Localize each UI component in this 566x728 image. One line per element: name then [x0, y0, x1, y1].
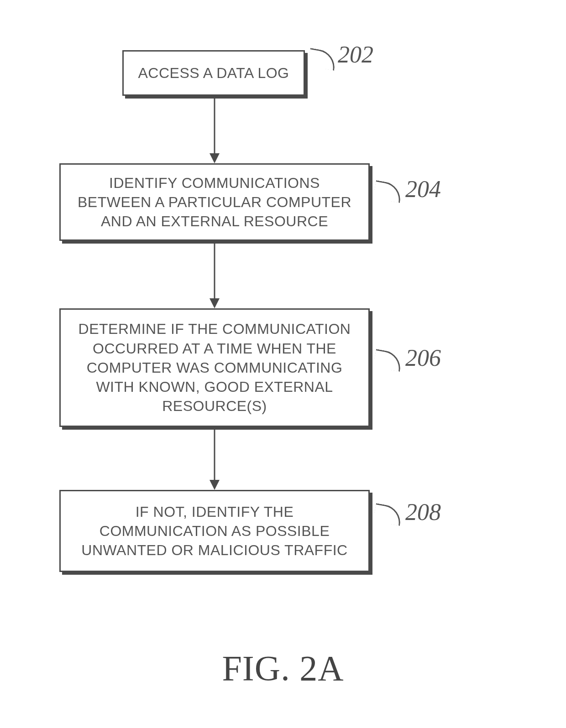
flowchart-canvas: ACCESS A DATA LOG 202 IDENTIFY COMMUNICA…	[0, 0, 566, 728]
arrow-head-2	[210, 298, 220, 308]
ref-label-204: 204	[405, 176, 441, 203]
leader-208	[373, 503, 403, 526]
arrow-head-3	[210, 480, 220, 490]
leader-202	[307, 48, 337, 71]
step-box-208: IF NOT, IDENTIFY THE COMMUNICATION AS PO…	[59, 490, 370, 572]
ref-label-206: 206	[405, 344, 441, 371]
step-text: DETERMINE IF THE COMMUNICATION OCCURRED …	[72, 319, 357, 416]
step-text: ACCESS A DATA LOG	[138, 63, 289, 83]
step-box-206: DETERMINE IF THE COMMUNICATION OCCURRED …	[59, 308, 370, 427]
step-box-202: ACCESS A DATA LOG	[122, 50, 305, 96]
step-text: IF NOT, IDENTIFY THE COMMUNICATION AS PO…	[72, 502, 357, 560]
leader-204	[373, 180, 403, 203]
figure-caption: FIG. 2A	[0, 648, 566, 689]
leader-206	[373, 349, 403, 372]
arrow-line-2	[214, 244, 215, 298]
ref-label-208: 208	[405, 499, 441, 525]
arrow-head-1	[210, 153, 220, 163]
step-text: IDENTIFY COMMUNICATIONS BETWEEN A PARTIC…	[72, 173, 357, 231]
arrow-line-3	[214, 430, 215, 480]
arrow-line-1	[214, 99, 215, 153]
ref-label-202: 202	[338, 41, 373, 68]
step-box-204: IDENTIFY COMMUNICATIONS BETWEEN A PARTIC…	[59, 163, 370, 241]
